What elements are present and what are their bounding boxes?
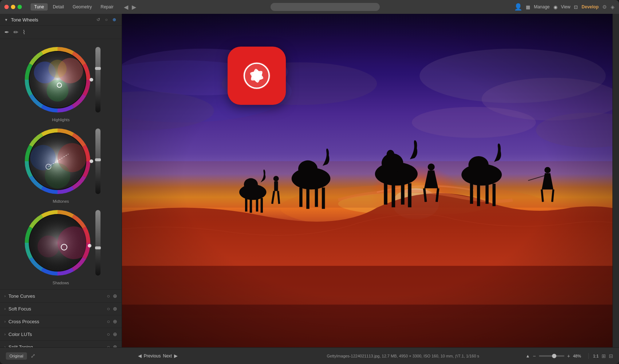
zoom-slider[interactable]	[539, 355, 564, 357]
eye-button[interactable]: ◈	[611, 4, 615, 10]
color-wheels-section: Highlights	[0, 39, 122, 289]
split-toning-add-icon[interactable]: ⊕	[113, 344, 117, 347]
previous-label[interactable]: Previous	[144, 353, 161, 359]
split-toning-label: Split Toning	[8, 344, 107, 348]
redo-button[interactable]: ▶	[132, 4, 136, 11]
svg-point-12	[90, 78, 93, 82]
split-toning-section[interactable]: › Split Toning ○ ⊕	[0, 340, 122, 347]
color-luts-add-icon[interactable]: ⊕	[113, 331, 117, 337]
minimize-button[interactable]	[11, 5, 15, 9]
shadows-vslider[interactable]	[95, 210, 100, 276]
tone-curves-add-icon[interactable]: ⊕	[113, 293, 117, 299]
panel-header-controls: ↺ ○ ⊕	[95, 17, 117, 23]
tab-detail[interactable]: Detail	[49, 3, 68, 11]
shadows-wheel-container: Shadows	[4, 206, 117, 285]
tone-curves-reset-icon[interactable]: ○	[107, 293, 110, 299]
color-luts-section[interactable]: › Color LUTs ○ ⊕	[0, 328, 122, 340]
svg-point-21	[90, 159, 93, 163]
tone-curves-section[interactable]: › Tone Curves ○ ⊕	[0, 289, 122, 302]
app-icon-bg	[228, 47, 286, 105]
soft-focus-add-icon[interactable]: ⊕	[113, 306, 117, 312]
split-toning-controls: ○ ⊕	[107, 344, 117, 347]
split-toning-reset-icon[interactable]: ○	[107, 344, 110, 347]
title-bar-center	[139, 3, 512, 11]
user-icon: 👤	[514, 3, 522, 11]
midtones-wheel[interactable]	[21, 125, 94, 198]
soft-focus-reset-icon[interactable]: ○	[107, 306, 110, 312]
midtones-vslider[interactable]	[95, 128, 100, 194]
highlights-wheel-row	[21, 43, 100, 116]
soft-focus-arrow: ›	[4, 307, 5, 311]
traffic-lights	[4, 5, 22, 9]
zoom-fit-icon[interactable]: ⤢	[31, 352, 35, 359]
panel-circle-icon[interactable]: ○	[103, 17, 109, 23]
svg-point-28	[88, 244, 91, 248]
next-label[interactable]: Next	[163, 353, 172, 359]
zoom-ratio[interactable]: 1:1	[593, 354, 599, 358]
tab-repair[interactable]: Repair	[97, 3, 117, 11]
picker2-icon[interactable]: ✏	[13, 29, 18, 36]
manage-icon[interactable]: ▦	[526, 4, 530, 10]
picker3-icon[interactable]: ⌇	[23, 29, 25, 36]
panel-reset-icon[interactable]: ↺	[95, 17, 101, 23]
highlights-wheel[interactable]	[21, 43, 94, 116]
develop-icon[interactable]: ⊡	[574, 4, 578, 10]
panel-header: ▼ Tone Wheels ↺ ○ ⊕	[0, 14, 122, 26]
shadows-wheel[interactable]	[21, 206, 94, 279]
tone-curves-controls: ○ ⊕	[107, 293, 117, 299]
zoom-thumb[interactable]	[552, 354, 556, 358]
soft-focus-section[interactable]: › Soft Focus ○ ⊕	[0, 302, 122, 315]
view-icon[interactable]: ◉	[553, 4, 557, 10]
split-view-icon[interactable]: ⊟	[609, 353, 613, 359]
view-label[interactable]: View	[561, 4, 571, 9]
maximize-button[interactable]	[17, 5, 22, 9]
picker1-icon[interactable]: ✒	[4, 29, 9, 36]
midtones-label: Midtones	[53, 199, 69, 203]
zoom-plus-icon[interactable]: +	[567, 353, 570, 359]
file-info: GettyImages-1224021113.jpg, 12.7 MB, 495…	[327, 354, 480, 358]
search-bar[interactable]	[271, 3, 380, 11]
manage-label[interactable]: Manage	[534, 4, 549, 9]
cross-process-section[interactable]: › Cross Process ○ ⊕	[0, 315, 122, 328]
previous-arrow[interactable]: ◀	[138, 353, 142, 359]
original-button[interactable]: Original	[6, 352, 27, 360]
image-area	[122, 14, 612, 347]
svg-rect-78	[122, 14, 612, 347]
tone-curves-label: Tone Curves	[8, 293, 107, 299]
status-left: Original ⤢	[6, 352, 35, 360]
main-content: ▼ Tone Wheels ↺ ○ ⊕ ✒ ✏ ⌇	[0, 14, 619, 347]
tone-curves-arrow: ›	[4, 294, 5, 298]
grid-view-icon[interactable]: ⊞	[602, 353, 606, 359]
next-arrow[interactable]: ▶	[174, 353, 178, 359]
panel-collapse-arrow[interactable]: ▼	[4, 18, 8, 22]
color-luts-reset-icon[interactable]: ○	[107, 331, 110, 337]
status-right: ▲ − + 48% 1:1 ⊞ ⊟	[525, 353, 613, 359]
title-bar: Tune Detail Geometry Repair ◀ ▶ 👤 ▦ Mana…	[0, 0, 619, 14]
cross-process-add-icon[interactable]: ⊕	[113, 318, 117, 324]
soft-focus-controls: ○ ⊕	[107, 306, 117, 312]
cross-process-label: Cross Process	[8, 319, 107, 324]
color-luts-arrow: ›	[4, 332, 5, 336]
develop-label[interactable]: Develop	[581, 4, 599, 9]
tab-tune[interactable]: Tune	[31, 3, 48, 11]
panel-sync-icon[interactable]: ⊕	[111, 17, 117, 23]
zoom-up-icon[interactable]: ▲	[525, 353, 530, 359]
undo-button[interactable]: ◀	[124, 4, 128, 11]
zoom-minus-icon[interactable]: −	[533, 353, 536, 359]
photo-svg	[122, 14, 612, 347]
app-icon-overlay	[228, 47, 286, 105]
right-strip	[612, 14, 619, 347]
highlights-vslider[interactable]	[95, 47, 100, 112]
left-panel: ▼ Tone Wheels ↺ ○ ⊕ ✒ ✏ ⌇	[0, 14, 122, 347]
close-button[interactable]	[4, 5, 9, 9]
cross-process-controls: ○ ⊕	[107, 318, 117, 324]
settings-icon[interactable]: ⚙	[602, 4, 607, 10]
color-luts-controls: ○ ⊕	[107, 331, 117, 337]
cross-process-reset-icon[interactable]: ○	[107, 318, 110, 324]
svg-point-8	[47, 80, 68, 102]
color-luts-label: Color LUTs	[8, 332, 107, 337]
shadows-wheel-row	[21, 206, 100, 279]
status-navigation: ◀ Previous Next ▶	[138, 353, 178, 359]
tab-geometry[interactable]: Geometry	[69, 3, 96, 11]
shadows-label: Shadows	[52, 281, 69, 285]
